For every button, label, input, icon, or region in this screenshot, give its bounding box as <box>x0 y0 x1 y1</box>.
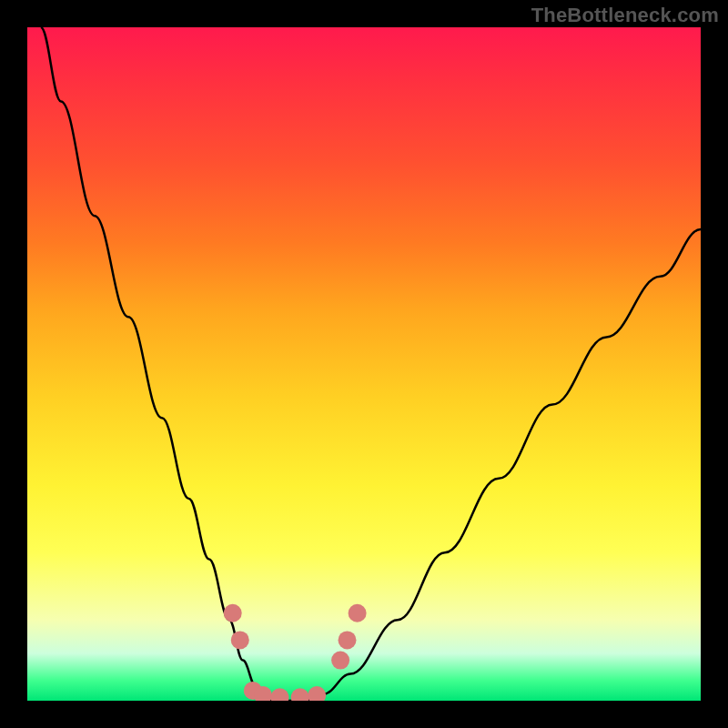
floor-dot-5 <box>308 686 326 701</box>
watermark-text: TheBottleneck.com <box>531 4 719 27</box>
floor-dot-4 <box>291 688 309 701</box>
left-upper-dot-1 <box>224 604 242 622</box>
marker-group <box>224 604 367 701</box>
plot-area <box>27 27 701 701</box>
floor-dot-3 <box>271 688 289 701</box>
chart-frame: TheBottleneck.com <box>0 0 728 728</box>
right-upper-dot-2 <box>339 631 357 649</box>
right-upper-dot-3 <box>349 604 367 622</box>
chart-svg <box>27 27 701 701</box>
right-upper-dot-1 <box>331 652 349 670</box>
bottleneck-curve <box>41 27 701 701</box>
left-upper-dot-2 <box>231 631 249 649</box>
